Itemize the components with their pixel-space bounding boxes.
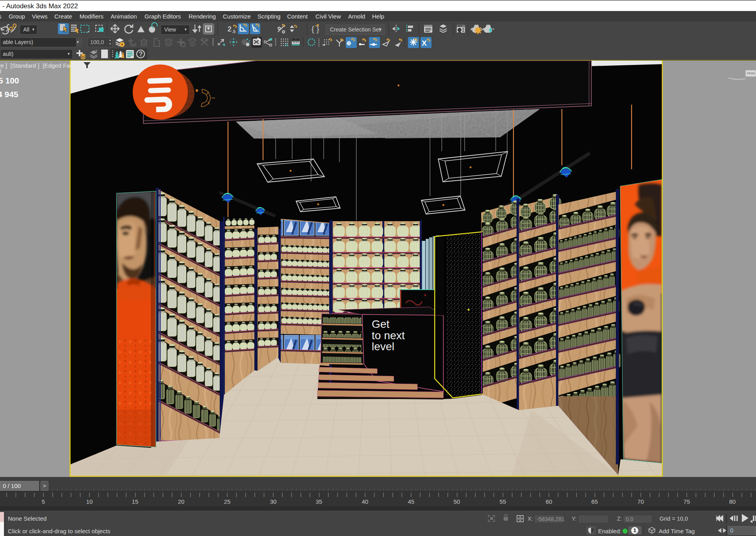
svg-text:35: 35 xyxy=(316,498,322,505)
svg-text:25: 25 xyxy=(224,498,231,505)
svg-text:40: 40 xyxy=(362,498,369,505)
svg-text:5: 5 xyxy=(42,498,45,505)
svg-text:30: 30 xyxy=(270,498,277,505)
svg-text:70: 70 xyxy=(637,498,644,505)
svg-text:60: 60 xyxy=(546,498,552,505)
svg-text:75: 75 xyxy=(684,498,690,505)
svg-text:45: 45 xyxy=(408,498,415,505)
svg-text:50: 50 xyxy=(454,498,460,505)
svg-text:10: 10 xyxy=(86,498,93,505)
svg-text:80: 80 xyxy=(729,498,736,505)
svg-text:15: 15 xyxy=(132,498,139,505)
svg-text:65: 65 xyxy=(591,498,598,505)
svg-text:55: 55 xyxy=(500,498,506,505)
svg-text:20: 20 xyxy=(178,498,185,505)
